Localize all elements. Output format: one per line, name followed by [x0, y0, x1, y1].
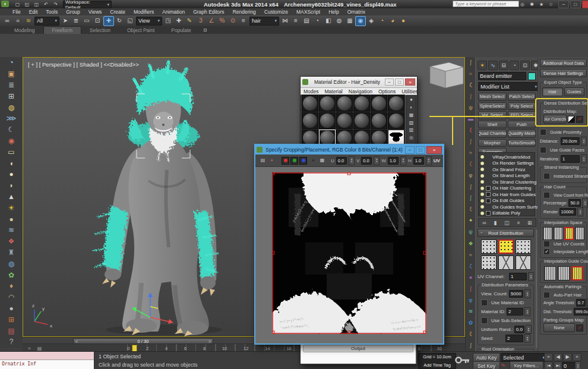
current-frame-field[interactable]: 0	[562, 362, 576, 369]
modifier-button[interactable]: TurboSmooth	[508, 139, 536, 147]
ornatrix-tool-icon[interactable]: ≈	[469, 150, 472, 156]
u-field[interactable]: 0.0	[336, 157, 347, 165]
crop-dialog-close[interactable]: ×	[426, 146, 442, 154]
bitmap-view[interactable]	[272, 172, 426, 334]
interpolation-space-thumbnail[interactable]	[554, 227, 563, 240]
modifier-button[interactable]: Morpher	[478, 139, 507, 147]
toolbar-icon[interactable]: ⊙	[227, 16, 238, 26]
w-spinner[interactable]	[400, 156, 406, 165]
ornatrix-tool-icon[interactable]: ʃ	[470, 195, 472, 201]
material-sample-slot[interactable]	[371, 95, 387, 112]
toolbar-icon[interactable]: ◱	[125, 16, 135, 26]
seed-field[interactable]: 2	[505, 335, 523, 342]
auto-part-hair-checkbox[interactable]	[543, 292, 550, 298]
ornatrix-tool-icon[interactable]: ∫	[470, 343, 471, 348]
left-toolbar-icon[interactable]: ●	[4, 303, 19, 314]
toolbar-icon[interactable]: ◈	[366, 16, 377, 26]
use-guide-faces-checkbox[interactable]	[540, 147, 546, 153]
ornatrix-tool-icon[interactable]: ∫	[470, 94, 471, 99]
toolbar-icon[interactable]: ∝	[12, 16, 23, 26]
menu-item[interactable]: Group	[62, 9, 84, 15]
crop-tool-icon[interactable]: ▦	[318, 156, 327, 165]
hair-button[interactable]: Hair	[542, 87, 563, 96]
map-enable-toggle[interactable]: ✓	[576, 116, 583, 123]
left-toolbar-icon[interactable]: ⊞	[4, 91, 19, 102]
material-sample-slot[interactable]	[302, 112, 318, 129]
distribution-thumbnail[interactable]	[498, 239, 514, 254]
use-sub-selection-checkbox[interactable]	[481, 317, 488, 324]
menu-item[interactable]: Views	[84, 9, 106, 15]
modifier-button[interactable]: Quad Chamfer	[478, 130, 507, 138]
ornatrix-tool-icon[interactable]: ψ	[469, 105, 472, 111]
channel-toggle[interactable]	[299, 157, 307, 165]
ornatrix-tool-icon[interactable]: ξ	[469, 128, 472, 133]
material-sample-slot[interactable]	[302, 95, 318, 112]
h-field[interactable]: 1.0	[413, 157, 424, 165]
toolbar-icon[interactable]: ▭	[81, 16, 92, 26]
left-toolbar-icon[interactable]: ◍	[4, 258, 19, 269]
color-correction-map-button[interactable]: ( Color Correction )	[543, 115, 567, 124]
toolbar-icon[interactable]: ➤	[60, 16, 71, 26]
goto-frame-button[interactable]: |◀	[544, 361, 553, 369]
crop-dialog-titlebar[interactable]: Specify Cropping/Placement, RGB Color 8 …	[255, 145, 443, 154]
guides-button[interactable]: Guides	[564, 87, 585, 96]
auto-key-button[interactable]: Auto Key	[473, 353, 500, 362]
ribbon-tab[interactable]: Freeform	[43, 26, 81, 34]
channel-toggle[interactable]	[282, 157, 289, 165]
modifier-button[interactable]: Vol. Select	[478, 111, 507, 119]
modifier-enable-box[interactable]	[486, 198, 491, 203]
workspace-dropdown[interactable]: Workspace: Default	[63, 1, 112, 8]
toolbar-icon[interactable]: ▤	[301, 16, 312, 26]
modifier-stack-item[interactable]: Ox Hair Clustering	[479, 185, 535, 192]
crop-tool-icon[interactable]: ▤	[258, 156, 267, 165]
command-panel-tab[interactable]: ⊟	[499, 61, 508, 70]
parting-map-none-button[interactable]: None	[543, 323, 575, 332]
left-toolbar-icon[interactable]: ▤	[4, 326, 19, 336]
menu-item[interactable]: Tools	[42, 9, 62, 15]
modifier-stack-item[interactable]: Ox Strand Length	[479, 173, 535, 179]
stack-tool-icon[interactable]: ⊞	[527, 220, 532, 226]
modifier-stack-item[interactable]: Ox Render Settings	[479, 160, 535, 167]
toolbar-icon[interactable]: ∠	[206, 16, 217, 26]
left-toolbar-icon[interactable]: ●	[4, 169, 19, 179]
toolbar-icon[interactable]: ⊡	[92, 16, 103, 26]
uv-mode-label[interactable]: UV	[434, 158, 440, 163]
material-sample-slot[interactable]	[371, 112, 387, 129]
command-panel-tab[interactable]: ⊡	[520, 61, 530, 70]
modifier-visibility-icon[interactable]	[480, 162, 484, 165]
ornatrix-tool-icon[interactable]: ξ	[469, 332, 472, 337]
material-sample-slot[interactable]	[319, 95, 336, 112]
left-toolbar-icon[interactable]: ◠	[4, 292, 19, 302]
reference-coordinate-dropdown[interactable]: View	[136, 17, 162, 26]
material-sample-slot[interactable]	[336, 95, 353, 112]
angle-threshold-field[interactable]: 0.7	[576, 299, 586, 307]
material-editor-menu-item[interactable]: Modes	[301, 89, 322, 94]
u-spinner[interactable]	[349, 156, 355, 165]
crop-dialog-minimize[interactable]: −	[405, 146, 415, 154]
modifier-visibility-icon[interactable]	[480, 187, 484, 190]
modifier-visibility-icon[interactable]	[480, 180, 484, 184]
material-sample-slot[interactable]	[353, 112, 370, 129]
quick-access-icon[interactable]: ↶	[42, 1, 50, 9]
guide-count-thumbnail[interactable]	[558, 266, 570, 280]
infocenter-icon[interactable]: ☆	[546, 1, 555, 9]
listener-script-row[interactable]: Ornatrix Inf	[0, 360, 94, 369]
ribbon-tab[interactable]: Populate	[163, 27, 200, 34]
h-spinner[interactable]	[426, 156, 432, 165]
render-count-field[interactable]: 10000	[559, 208, 576, 216]
frame-forward-arrow[interactable]: >	[208, 339, 211, 343]
key-filters-button[interactable]: Key Filters...	[510, 361, 543, 369]
playback-button[interactable]: «	[544, 353, 553, 361]
material-sample-slot[interactable]	[388, 112, 404, 129]
toolbar-icon[interactable]: ◉	[355, 16, 366, 26]
ornatrix-tool-icon[interactable]: ζ	[470, 162, 472, 167]
left-toolbar-icon[interactable]: ◍	[4, 102, 19, 113]
search-input[interactable]	[453, 1, 519, 7]
left-toolbar-icon[interactable]: ▭	[4, 147, 19, 157]
modifier-button[interactable]: Poly Select	[508, 102, 536, 111]
modifier-button[interactable]: Shell	[478, 121, 507, 129]
left-toolbar-icon[interactable]: ≋	[4, 225, 19, 235]
guide-count-thumbnail[interactable]	[544, 266, 556, 280]
toolbar-icon[interactable]: ⋈	[280, 16, 290, 26]
uv-channel-spinner[interactable]	[528, 272, 534, 281]
